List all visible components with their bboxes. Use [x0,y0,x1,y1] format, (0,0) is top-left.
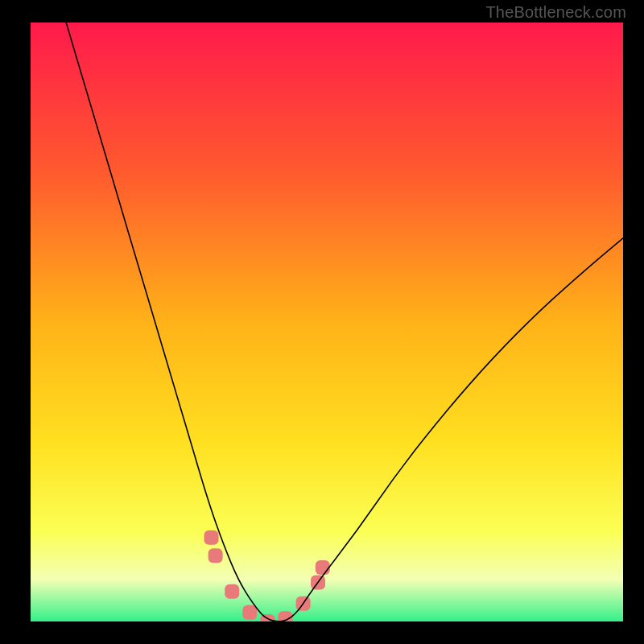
marker-point [204,530,219,545]
bottleneck-curve-path [66,23,623,621]
chart-frame: TheBottleneck.com [0,0,644,644]
marker-point [225,584,239,599]
marker-point [316,560,330,575]
marker-point [242,605,257,620]
watermark-text: TheBottleneck.com [485,3,626,22]
marker-point [208,548,223,563]
chart-overlay [31,23,623,621]
